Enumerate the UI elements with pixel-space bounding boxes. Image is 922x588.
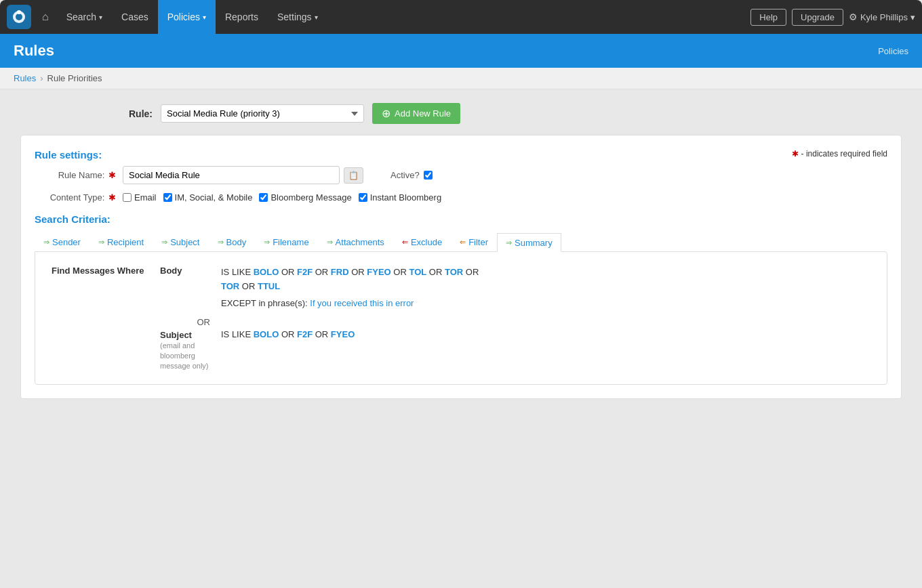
breadcrumb: Rules › Rule Priorities — [0, 68, 922, 89]
subject-keyword-f2f: F2F — [297, 329, 313, 339]
nav-search[interactable]: Search ▾ — [57, 0, 112, 34]
user-menu[interactable]: ⚙ Kyle Phillips ▾ — [849, 12, 915, 22]
body-field-label: Body — [160, 266, 182, 276]
keyword-frd: FRD — [331, 267, 349, 277]
tab-filename[interactable]: ⇒ Filename — [255, 233, 317, 251]
rule-settings-title: Rule settings: — [35, 149, 102, 161]
search-criteria-title: Search Criteria: — [35, 213, 887, 225]
body-criteria-value: IS LIKE BOLO OR F2F OR FRD OR FYEO OR TO… — [221, 266, 870, 294]
content-type-instant-bloomberg: Instant Bloomberg — [359, 192, 442, 203]
keyword-tol: TOL — [409, 267, 426, 277]
tab-recipient[interactable]: ⇒ Recipient — [89, 233, 153, 251]
navbar: ⌂ Search ▾ Cases Policies ▾ Reports Sett… — [0, 0, 922, 34]
keyword-ttul: TOR — [221, 281, 239, 291]
summary-table: Find Messages Where Body IS LIKE BOLO OR… — [46, 263, 876, 373]
user-caret: ▾ — [910, 12, 915, 22]
upgrade-button[interactable]: Upgrade — [792, 9, 843, 26]
keyword-bolo: BOLO — [254, 267, 279, 277]
summary-arrow-icon: ⇒ — [506, 238, 512, 247]
rule-settings-card: ✱ - indicates required field Rule settin… — [20, 135, 902, 399]
navbar-right: Help Upgrade ⚙ Kyle Phillips ▾ — [750, 9, 915, 26]
content-type-row: Content Type: ✱ Email IM, Social, & Mobi… — [35, 192, 887, 203]
breadcrumb-separator: › — [40, 73, 43, 83]
keyword-tor: TOR — [445, 267, 463, 277]
add-new-rule-button[interactable]: ⊕ Add New Rule — [372, 103, 460, 124]
content-type-bloomberg-message: Bloomberg Message — [259, 192, 351, 203]
body-except-value: EXCEPT in phrase(s): If you received thi… — [221, 297, 870, 311]
instant-bloomberg-checkbox[interactable] — [359, 193, 367, 202]
body-arrow-icon: ⇒ — [218, 238, 224, 247]
gear-icon: ⚙ — [849, 12, 858, 22]
bloomberg-message-checkbox[interactable] — [259, 193, 268, 202]
card-header: ✱ - indicates required field Rule settin… — [35, 149, 887, 161]
subject-arrow-icon: ⇒ — [161, 238, 167, 247]
rule-dropdown[interactable]: Social Media Rule (priority 3) — [161, 104, 364, 123]
nav-settings[interactable]: Settings ▾ — [268, 0, 327, 34]
page-title: Rules — [14, 42, 54, 60]
nav-reports[interactable]: Reports — [216, 0, 268, 34]
sender-arrow-icon: ⇒ — [43, 238, 49, 247]
content-type-email: Email — [123, 192, 157, 203]
required-note: ✱ - indicates required field — [792, 149, 887, 159]
except-phrase: If you received this in error — [310, 298, 414, 308]
tab-sender[interactable]: ⇒ Sender — [35, 233, 89, 251]
rule-name-row: Rule Name: ✱ 📋 Active? — [35, 166, 887, 184]
active-checkbox[interactable] — [424, 171, 433, 180]
subject-criteria-value: IS LIKE BOLO OR F2F OR FYEO — [221, 328, 870, 342]
criteria-tabs: ⇒ Sender ⇒ Recipient ⇒ Subject ⇒ Body ⇒ — [35, 233, 887, 251]
rule-name-label: Rule Name: ✱ — [35, 170, 123, 180]
exclude-arrow-icon: ⇐ — [402, 238, 408, 247]
breadcrumb-rule-priorities: Rule Priorities — [47, 73, 102, 83]
nav-policies[interactable]: Policies ▾ — [158, 0, 216, 34]
page-header: Rules Policies — [0, 34, 922, 68]
email-checkbox[interactable] — [123, 193, 132, 202]
content-type-im-social: IM, Social, & Mobile — [163, 192, 253, 203]
help-button[interactable]: Help — [750, 9, 786, 26]
or-label: OR — [160, 317, 210, 327]
table-row: OR Subject (email and bloomberg message … — [46, 313, 876, 373]
tab-summary[interactable]: ⇒ Summary — [497, 233, 561, 252]
rule-name-icon-button[interactable]: 📋 — [344, 167, 363, 184]
rule-selector-row: Rule: Social Media Rule (priority 3) ⊕ A… — [20, 103, 902, 124]
rule-name-input[interactable] — [123, 166, 340, 184]
recipient-arrow-icon: ⇒ — [98, 238, 104, 247]
filter-arrow-icon: ⇐ — [460, 238, 466, 247]
keyword-f2f: F2F — [297, 267, 313, 277]
attachments-arrow-icon: ⇒ — [327, 238, 333, 247]
table-row: Find Messages Where Body IS LIKE BOLO OR… — [46, 263, 876, 313]
tab-body[interactable]: ⇒ Body — [209, 233, 256, 251]
content-type-label: Content Type: ✱ — [35, 192, 123, 203]
tab-exclude[interactable]: ⇐ Exclude — [393, 233, 451, 251]
subject-field-label: Subject — [160, 330, 192, 340]
subject-sub-note: (email and bloomberg message only) — [160, 341, 209, 370]
search-caret: ▾ — [99, 14, 102, 21]
subject-keyword-fyeo: FYEO — [331, 329, 355, 339]
app-logo[interactable] — [7, 5, 31, 29]
plus-circle-icon: ⊕ — [382, 107, 390, 120]
keyword-ttul2: TTUL — [258, 281, 280, 291]
search-criteria-section: Search Criteria: ⇒ Sender ⇒ Recipient ⇒ … — [35, 213, 887, 385]
tab-filter[interactable]: ⇐ Filter — [451, 233, 497, 251]
tab-attachments[interactable]: ⇒ Attachments — [318, 233, 393, 251]
policies-caret: ▾ — [203, 14, 206, 21]
subject-keyword-bolo: BOLO — [254, 329, 279, 339]
tab-subject[interactable]: ⇒ Subject — [153, 233, 208, 251]
svg-point-2 — [17, 10, 21, 14]
find-messages-label: Find Messages Where — [52, 266, 144, 276]
im-social-checkbox[interactable] — [163, 193, 172, 202]
filename-arrow-icon: ⇒ — [264, 238, 270, 247]
active-label: Active? — [390, 170, 420, 180]
breadcrumb-rules[interactable]: Rules — [14, 73, 36, 83]
content-type-options: Email IM, Social, & Mobile Bloomberg Mes… — [123, 192, 441, 203]
rule-label: Rule: — [129, 108, 153, 119]
criteria-content-summary: Find Messages Where Body IS LIKE BOLO OR… — [35, 251, 887, 385]
keyword-fyeo: FYEO — [367, 267, 390, 277]
settings-caret: ▾ — [315, 14, 318, 21]
nav-cases[interactable]: Cases — [112, 0, 158, 34]
svg-point-1 — [16, 14, 22, 20]
home-icon[interactable]: ⌂ — [37, 11, 54, 23]
main-content: Rule: Social Media Rule (priority 3) ⊕ A… — [0, 89, 922, 564]
page-header-breadcrumb: Policies — [878, 46, 908, 56]
